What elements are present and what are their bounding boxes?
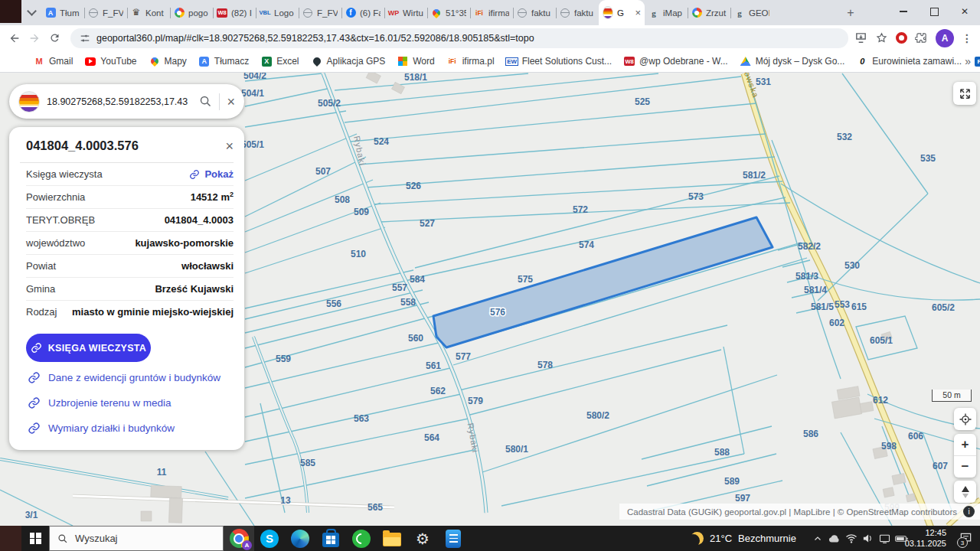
search-input[interactable]: 18.90275268,52.59182253,17.43: [47, 96, 192, 107]
ksiega-wieczysta-button[interactable]: KSIĘGA WIECZYSTA: [26, 334, 151, 362]
button-label: KSIĘGA WIECZYSTA: [48, 343, 146, 354]
bookmark-item[interactable]: ATłumacz: [199, 56, 249, 67]
panel-link[interactable]: Uzbrojenie terenu w media: [28, 390, 244, 416]
clear-search-icon[interactable]: ×: [227, 95, 235, 109]
bookmark-item[interactable]: Word: [397, 56, 434, 67]
tab[interactable]: WPWirtu: [384, 0, 427, 25]
taskbar-app-skype[interactable]: S: [254, 526, 285, 551]
gmaps-icon: [431, 8, 442, 18]
tab[interactable]: ♛Kont: [127, 0, 170, 25]
maximize-button[interactable]: [919, 0, 949, 23]
bookmark-item[interactable]: W8@wp Odebrane - W...: [624, 56, 728, 67]
bookmark-label: Mapy: [165, 56, 187, 67]
clock[interactable]: 12:45 03.11.2025: [902, 526, 946, 551]
bookmark-item[interactable]: Mapy: [149, 56, 187, 67]
taskbar-app-explorer[interactable]: [377, 526, 407, 551]
search-icon[interactable]: [199, 95, 212, 108]
tab[interactable]: giMap: [645, 0, 688, 25]
parcel-label-577: 577: [456, 351, 471, 362]
fullscreen-button[interactable]: [953, 82, 976, 105]
compass-button[interactable]: [954, 481, 976, 503]
url-bar[interactable]: geoportal360.pl/map/#clk=18.90275268,52.…: [70, 28, 848, 48]
forward-icon[interactable]: [24, 28, 44, 48]
bookmark-star-icon[interactable]: [875, 31, 888, 44]
parcel-label-524: 524: [374, 136, 389, 147]
attribute-label: województwo: [26, 237, 135, 249]
bookmark-item[interactable]: EWFleet Solutions Cust...: [507, 56, 612, 67]
tab[interactable]: ATłum: [41, 0, 84, 25]
zoom-out-button[interactable]: −: [954, 456, 976, 478]
bookmark-item[interactable]: Aplikacja GPS: [312, 56, 386, 67]
bookmark-item[interactable]: iFiifirma.pl: [447, 56, 495, 67]
reload-icon[interactable]: [44, 28, 64, 48]
tab[interactable]: Zrzut: [688, 0, 730, 25]
extensions-icon[interactable]: [915, 31, 928, 44]
tab[interactable]: VBLLogo: [256, 0, 299, 25]
tab-search-chevron-icon[interactable]: [23, 4, 40, 21]
locate-button[interactable]: [954, 408, 976, 430]
apps-grid-icon[interactable]: [6, 56, 8, 67]
bookmark-item[interactable]: Mój dysk – Dysk Go...: [740, 56, 845, 67]
globe-icon: [302, 8, 313, 18]
tab[interactable]: f(6) Fa: [341, 0, 384, 25]
tab[interactable]: F_FVI: [84, 0, 127, 25]
weather-widget[interactable]: 21°C Bezchmurnie: [691, 526, 796, 551]
panel-link[interactable]: Wymiary działki i budynków: [28, 416, 244, 441]
tab[interactable]: W8(82) I: [213, 0, 256, 25]
taskbar-search[interactable]: Wyszukaj: [49, 526, 224, 551]
tab[interactable]: gGEOI: [730, 0, 773, 25]
new-tab-button[interactable]: +: [842, 5, 859, 21]
adblock-extension-icon[interactable]: [896, 32, 907, 44]
install-icon[interactable]: [854, 31, 867, 44]
taskbar-app-settings[interactable]: ⚙: [407, 526, 438, 551]
close-panel-icon[interactable]: ×: [225, 139, 234, 153]
attribute-label: Rodzaj: [26, 306, 72, 318]
drive-icon: [740, 56, 751, 67]
tab[interactable]: pogo: [170, 0, 213, 25]
parcel-label-561: 561: [426, 360, 441, 371]
parcel-label-11: 11: [157, 467, 167, 478]
msoffice-icon: [397, 56, 408, 67]
bookmark-item[interactable]: YouTube: [85, 56, 136, 67]
tab[interactable]: faktu: [513, 0, 556, 25]
back-icon[interactable]: [5, 28, 24, 48]
info-icon[interactable]: i: [963, 506, 975, 517]
close-button[interactable]: ✕: [949, 0, 980, 23]
map-search-bar[interactable]: 18.90275268,52.59182253,17.43 ×: [9, 84, 244, 119]
taskbar-app-store[interactable]: [315, 526, 346, 551]
menu-kebab-icon[interactable]: ⋮: [962, 32, 972, 44]
tab-close-icon[interactable]: ×: [635, 7, 641, 18]
bookmark-item[interactable]: 0Eurowinieta zamawi...: [857, 56, 962, 67]
taskbar-app-chrome[interactable]: A: [224, 526, 254, 551]
tab[interactable]: 51°35: [427, 0, 470, 25]
panel-link[interactable]: Dane z ewidencji gruntów i budynków: [28, 365, 244, 390]
cast-icon[interactable]: [877, 526, 892, 551]
tab-active[interactable]: G×: [599, 0, 645, 25]
taskbar-app-whatsapp[interactable]: [346, 526, 377, 551]
parcel-label-581/5: 581/5: [811, 302, 834, 312]
profile-avatar[interactable]: A: [936, 29, 954, 47]
onedrive-icon[interactable]: [827, 526, 841, 551]
minimize-button[interactable]: [888, 0, 919, 23]
zoom-in-button[interactable]: +: [954, 434, 976, 456]
tab[interactable]: iFiifirma: [470, 0, 513, 25]
chevron-icon[interactable]: [810, 526, 825, 551]
bookmark-item[interactable]: XExcel: [261, 56, 299, 67]
volume-icon[interactable]: [861, 526, 875, 551]
pokaz-link[interactable]: Pokaż: [189, 168, 234, 180]
map-canvas[interactable]: 504/2518/1531504/1525505/2524532505/1535…: [0, 73, 980, 526]
tab[interactable]: faktu: [556, 0, 599, 25]
tab[interactable]: F_FVI: [299, 0, 341, 25]
site-settings-icon[interactable]: [80, 33, 90, 44]
bookmark-item[interactable]: MGmail: [34, 56, 73, 67]
taskbar-app-edge[interactable]: [285, 526, 315, 551]
notification-center[interactable]: 3: [952, 526, 978, 551]
bookmark-item[interactable]: Pe-BOK: [974, 56, 980, 67]
bookmark-label: Fleet Solutions Cust...: [522, 56, 612, 67]
taskbar-app-docs[interactable]: [438, 526, 469, 551]
wifi-icon[interactable]: [844, 526, 858, 551]
bookmarks-overflow-icon[interactable]: »: [965, 55, 971, 67]
start-button[interactable]: [21, 526, 49, 551]
gmark-icon: g: [734, 8, 745, 18]
north-arrow-icon: [962, 486, 969, 492]
